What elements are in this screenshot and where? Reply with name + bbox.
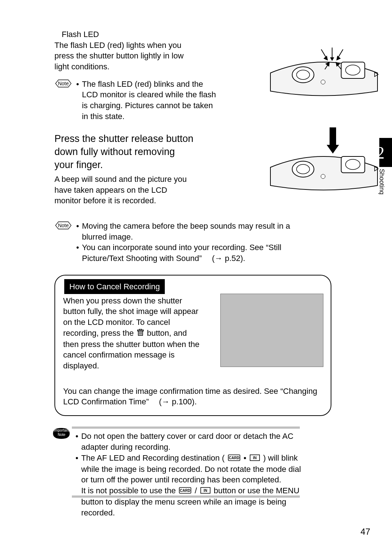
panel-text-2: You can change the image confirmation ti… [63, 386, 323, 407]
svg-text:IN: IN [204, 489, 207, 493]
svg-point-5 [321, 80, 325, 84]
shutter-result: A beep will sound and the picture you ha… [54, 174, 196, 206]
shutter-instruction: Press the shutter release button down fu… [54, 132, 196, 172]
cancel-recording-panel: How to Cancel Recording When you press d… [54, 275, 331, 416]
svg-text:IN: IN [253, 456, 257, 460]
svg-text:CARD: CARD [180, 489, 191, 493]
note-tag-icon: Note [53, 221, 73, 229]
page-number: 47 [360, 527, 370, 537]
svg-rect-23 [330, 127, 336, 145]
in-icon: IN [200, 486, 211, 497]
note-bullet: • You can incorporate sound into your re… [76, 242, 309, 264]
flash-led-intro: The flash LED (red) lights when you pres… [54, 40, 196, 72]
important-item2: The AF LED and Recording destination ( C… [81, 453, 308, 518]
svg-text:CARD: CARD [229, 456, 239, 460]
svg-point-21 [346, 159, 360, 170]
panel-title: How to Cancel Recording [64, 279, 165, 294]
flash-led-heading: Flash LED [62, 29, 319, 40]
trash-icon [137, 328, 144, 339]
important-item1: Do not open the battery cover or card do… [81, 431, 308, 452]
svg-point-22 [321, 174, 325, 179]
note2-item1: Moving the camera before the beep sounds… [82, 221, 309, 242]
important-note-tag-icon: Important Note [52, 427, 72, 440]
svg-point-4 [346, 65, 360, 75]
important-bullet: • Do not open the battery cover or card … [75, 431, 308, 452]
note1-text: The flash LED (red) blinks and the LCD m… [82, 79, 218, 122]
in-icon: IN [250, 453, 260, 464]
card-icon: CARD [228, 453, 240, 464]
manual-page: 2 Shooting [0, 0, 392, 555]
figure-lcd-placeholder [220, 294, 323, 367]
note-bullet: • The flash LED (red) blinks and the LCD… [76, 79, 218, 122]
note2-item2: You can incorporate sound into your reco… [82, 242, 309, 264]
important-bullet: • The AF LED and Recording destination (… [75, 453, 308, 518]
panel-text-1: When you press down the shutter button f… [63, 295, 201, 371]
note-bullet: • Moving the camera before the beep soun… [76, 221, 309, 242]
svg-rect-30 [139, 329, 142, 330]
note-tag-icon: Note [53, 79, 73, 87]
important-note-block: Important Note • Do not open the battery… [54, 429, 319, 518]
card-icon: CARD [179, 486, 191, 497]
